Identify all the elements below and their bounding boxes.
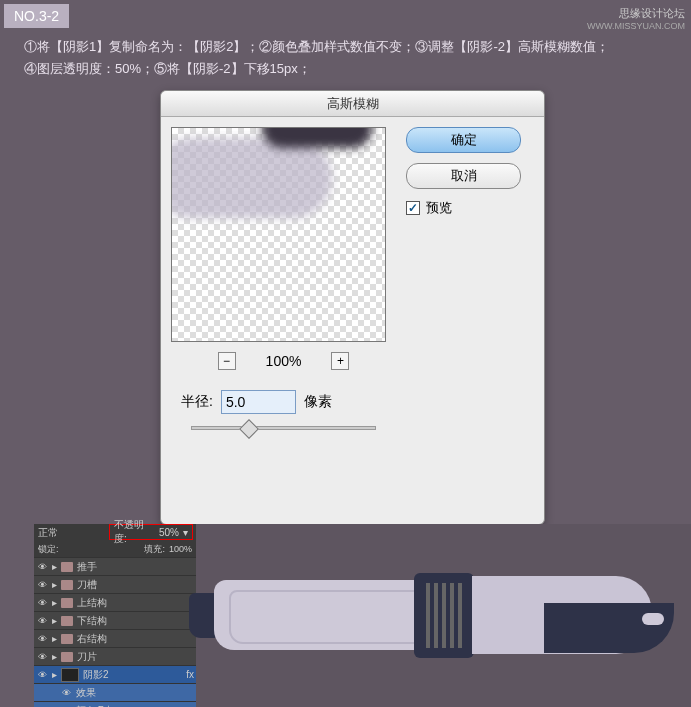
knife-slider [414, 573, 474, 658]
expand-arrow-icon[interactable]: ▸ [52, 561, 57, 572]
visibility-eye-icon[interactable]: 👁 [36, 651, 48, 663]
visibility-eye-icon[interactable]: 👁 [36, 561, 48, 573]
cancel-button[interactable]: 取消 [406, 163, 521, 189]
visibility-eye-icon[interactable]: 👁 [36, 633, 48, 645]
blend-mode-select[interactable]: 正常 [38, 526, 58, 540]
watermark-title: 思缘设计论坛 [587, 6, 685, 21]
artwork-canvas [196, 524, 691, 707]
opacity-control[interactable]: 不透明度: 50% ▾ [109, 524, 193, 540]
expand-arrow-icon[interactable]: ▸ [52, 579, 57, 590]
expand-arrow-icon[interactable]: ▸ [52, 651, 57, 662]
zoom-in-button[interactable]: + [331, 352, 349, 370]
visibility-eye-icon[interactable]: 👁 [36, 597, 48, 609]
radius-slider[interactable] [191, 426, 376, 430]
fill-value: 100% [169, 544, 192, 554]
preview-box[interactable] [171, 127, 386, 342]
instructions-line-1: ①将【阴影1】复制命名为：【阴影2】；②颜色叠加样式数值不变；③调整【阴影-2】… [24, 36, 671, 58]
expand-arrow-icon[interactable]: ▸ [52, 633, 57, 644]
watermark: 思缘设计论坛 WWW.MISSYUAN.COM [587, 6, 685, 31]
zoom-out-button[interactable]: − [218, 352, 236, 370]
layer-list: 👁▸推手👁▸刀槽👁▸上结构👁▸下结构👁▸右结构👁▸刀片👁▸阴影2fx👁效果👁颜色… [34, 557, 196, 707]
ok-button[interactable]: 确定 [406, 127, 521, 153]
watermark-url: WWW.MISSYUAN.COM [587, 21, 685, 31]
step-badge: NO.3-2 [4, 4, 69, 28]
visibility-eye-icon[interactable]: 👁 [36, 579, 48, 591]
layer-name: 上结构 [77, 596, 107, 610]
layer-name: 刀槽 [77, 578, 97, 592]
folder-icon [61, 580, 73, 590]
lock-label: 锁定: [38, 543, 59, 556]
expand-arrow-icon[interactable]: ▸ [52, 615, 57, 626]
layer-effect-item[interactable]: 👁颜色叠加 [34, 701, 196, 707]
layer-row[interactable]: 👁▸推手 [34, 557, 196, 575]
slider-thumb[interactable] [239, 419, 259, 439]
layer-name: 右结构 [77, 632, 107, 646]
gaussian-blur-dialog: 高斯模糊 − 100% + 半径: 像素 确定 取消 [160, 90, 545, 525]
dialog-title: 高斯模糊 [161, 91, 544, 117]
layer-name: 颜色叠加 [76, 704, 116, 708]
layer-row[interactable]: 👁▸刀槽 [34, 575, 196, 593]
visibility-eye-icon[interactable]: 👁 [36, 669, 48, 681]
opacity-label: 不透明度: [114, 518, 155, 546]
layer-row[interactable]: 👁▸刀片 [34, 647, 196, 665]
expand-arrow-icon[interactable]: ▸ [52, 669, 57, 680]
layers-panel: 正常 不透明度: 50% ▾ 锁定: 填充: 100% 👁▸推手👁▸刀槽👁▸上结… [34, 524, 196, 707]
layer-row[interactable]: 👁▸上结构 [34, 593, 196, 611]
chevron-down-icon[interactable]: ▾ [183, 527, 188, 538]
layer-row[interactable]: 👁▸阴影2fx [34, 665, 196, 683]
layer-name: 效果 [76, 686, 96, 700]
instructions-line-2: ④图层透明度：50%；⑤将【阴影-2】下移15px； [24, 58, 671, 80]
visibility-eye-icon[interactable]: 👁 [36, 615, 48, 627]
preview-checkbox[interactable]: ✓ [406, 201, 420, 215]
layer-name: 推手 [77, 560, 97, 574]
zoom-value: 100% [266, 353, 302, 369]
layer-effect-item[interactable]: 👁效果 [34, 683, 196, 701]
preview-shape [171, 138, 332, 218]
folder-icon [61, 562, 73, 572]
radius-label: 半径: [181, 393, 213, 411]
expand-arrow-icon[interactable]: ▸ [52, 597, 57, 608]
fx-badge[interactable]: fx [186, 669, 194, 680]
layer-name: 下结构 [77, 614, 107, 628]
instructions: ①将【阴影1】复制命名为：【阴影2】；②颜色叠加样式数值不变；③调整【阴影-2】… [24, 36, 671, 80]
folder-icon [61, 634, 73, 644]
layer-row[interactable]: 👁▸右结构 [34, 629, 196, 647]
layer-row[interactable]: 👁▸下结构 [34, 611, 196, 629]
radius-unit: 像素 [304, 393, 332, 411]
visibility-eye-icon[interactable]: 👁 [60, 687, 72, 699]
radius-input[interactable] [221, 390, 296, 414]
layer-thumbnail [61, 668, 79, 682]
knife-grip [544, 603, 674, 653]
folder-icon [61, 652, 73, 662]
layer-name: 阴影2 [83, 668, 109, 682]
preview-dark-shape [262, 127, 372, 148]
layer-name: 刀片 [77, 650, 97, 664]
folder-icon [61, 616, 73, 626]
folder-icon [61, 598, 73, 608]
knife-illustration [214, 568, 674, 663]
opacity-value: 50% [159, 527, 179, 538]
preview-checkbox-label: 预览 [426, 199, 452, 217]
